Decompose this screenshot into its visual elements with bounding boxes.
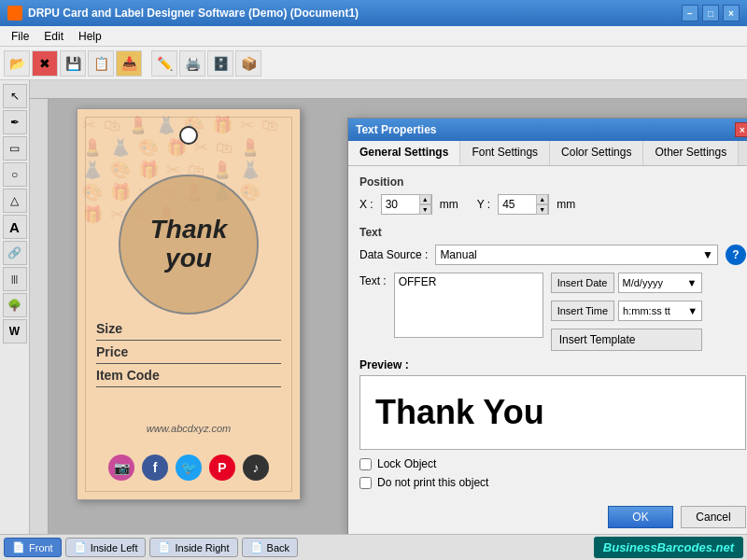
- tool-link[interactable]: 🔗: [3, 241, 27, 265]
- toolbar-save3[interactable]: 📥: [116, 50, 142, 77]
- tab-color-settings[interactable]: Color Settings: [550, 141, 643, 165]
- x-unit: mm: [440, 198, 458, 211]
- brand-name: BusinessBarcodes: [603, 540, 712, 554]
- tab-inside-left[interactable]: 📄 Inside Left: [65, 538, 147, 557]
- y-unit: mm: [557, 198, 575, 211]
- tab-inside-right-label: Inside Right: [175, 542, 229, 553]
- tab-inside-right-icon: 📄: [158, 541, 171, 553]
- preview-box: Thank You: [359, 375, 746, 450]
- app-icon: [7, 6, 22, 21]
- toolbar-extra[interactable]: 📦: [235, 50, 261, 77]
- menu-help[interactable]: Help: [71, 28, 109, 45]
- preview-section: Preview : Thank You: [359, 358, 746, 450]
- toolbar-new[interactable]: 📂: [4, 50, 30, 77]
- tab-back[interactable]: 📄 Back: [242, 538, 298, 557]
- toolbar-data[interactable]: 🗄️: [207, 50, 233, 77]
- dialog-overlay: Text Properties × General Settings Font …: [30, 80, 747, 534]
- app-title: DRPU Card and Label Designer Software (D…: [28, 7, 359, 20]
- maximize-button[interactable]: □: [702, 5, 719, 21]
- text-textarea[interactable]: OFFER: [394, 273, 543, 338]
- tab-general-settings[interactable]: General Settings: [348, 141, 460, 165]
- text-properties-dialog: Text Properties × General Settings Font …: [347, 118, 747, 534]
- brand-suffix: .net: [712, 540, 734, 554]
- title-bar: DRPU Card and Label Designer Software (D…: [0, 0, 747, 26]
- cancel-button[interactable]: Cancel: [681, 506, 746, 528]
- x-input-container: ▲ ▼: [381, 194, 432, 215]
- text-section: Text Data Source : Manual ▼ ? T: [359, 226, 746, 351]
- time-dropdown-arrow: ▼: [687, 305, 698, 316]
- data-source-label: Data Source :: [359, 248, 428, 261]
- tab-front-label: Front: [29, 542, 53, 553]
- minimize-button[interactable]: −: [682, 5, 698, 21]
- dialog-tabs: General Settings Font Settings Color Set…: [348, 141, 747, 166]
- tool-pen[interactable]: ✒: [3, 110, 27, 134]
- x-input[interactable]: [382, 195, 419, 214]
- x-up-arrow[interactable]: ▲: [419, 194, 431, 204]
- tab-back-icon: 📄: [250, 541, 263, 553]
- toolbar-print[interactable]: 🖨️: [179, 50, 205, 77]
- insert-template-button[interactable]: Insert Template: [551, 329, 702, 351]
- status-bar: 📄 Front 📄 Inside Left 📄 Inside Right 📄 B…: [0, 534, 747, 560]
- no-print-checkbox[interactable]: [359, 477, 372, 489]
- no-print-label: Do not print this object: [377, 476, 488, 489]
- toolbar-open[interactable]: ✖: [32, 50, 58, 77]
- dialog-title-bar: Text Properties ×: [348, 119, 747, 141]
- menu-file[interactable]: File: [4, 28, 36, 45]
- toolbar: 📂 ✖ 💾 📋 📥 ✏️ 🖨️ 🗄️ 📦: [0, 47, 747, 80]
- insert-time-button[interactable]: Insert Time: [551, 301, 614, 321]
- x-down-arrow[interactable]: ▼: [419, 204, 431, 215]
- text-action-buttons: Insert Date M/d/yyyy ▼ Insert: [551, 273, 702, 351]
- preview-text: Thank You: [375, 393, 544, 432]
- menu-edit[interactable]: Edit: [36, 28, 71, 45]
- main-area: ↖ ✒ ▭ ○ △ A 🔗 ||| 🌳 W ✂🛍💄👗🎨🎁✂🛍💄👗🎨🎁✂🛍💄👗🎨🎁…: [0, 80, 747, 534]
- page-tabs: 📄 Front 📄 Inside Left 📄 Inside Right 📄 B…: [4, 538, 298, 557]
- tab-inside-right[interactable]: 📄 Inside Right: [149, 538, 237, 557]
- y-up-arrow[interactable]: ▲: [536, 194, 548, 204]
- y-label: Y :: [477, 198, 490, 211]
- menu-bar: File Edit Help: [0, 26, 747, 47]
- tab-font-settings[interactable]: Font Settings: [460, 141, 550, 165]
- tool-rect[interactable]: ▭: [3, 136, 27, 161]
- dialog-footer: OK Cancel: [348, 498, 747, 534]
- tool-triangle[interactable]: △: [3, 189, 27, 213]
- tool-text[interactable]: A: [3, 215, 27, 239]
- tab-back-label: Back: [267, 542, 289, 553]
- tab-other-settings[interactable]: Other Settings: [643, 141, 739, 165]
- lock-object-label: Lock Object: [377, 457, 436, 470]
- dialog-title: Text Properties: [356, 123, 436, 136]
- close-button[interactable]: ×: [723, 5, 740, 21]
- ok-button[interactable]: OK: [608, 506, 673, 528]
- tools-panel: ↖ ✒ ▭ ○ △ A 🔗 ||| 🌳 W: [0, 80, 30, 534]
- toolbar-edit[interactable]: ✏️: [151, 50, 177, 77]
- preview-label: Preview :: [359, 358, 746, 371]
- data-source-row: Data Source : Manual ▼ ?: [359, 245, 746, 265]
- position-row: X : ▲ ▼ mm Y :: [359, 194, 746, 215]
- toolbar-save[interactable]: 💾: [60, 50, 86, 77]
- tool-image[interactable]: 🌳: [3, 293, 27, 317]
- date-dropdown-arrow: ▼: [687, 277, 698, 288]
- tab-front[interactable]: 📄 Front: [4, 538, 62, 557]
- canvas-area: ✂🛍💄👗🎨🎁✂🛍💄👗🎨🎁✂🛍💄👗🎨🎁✂🛍💄👗🎨🎁✂🛍💄👗🎨🎁✂🛍💄 Thank …: [30, 80, 747, 534]
- brand-badge: BusinessBarcodes.net: [594, 537, 743, 558]
- tab-front-icon: 📄: [12, 541, 25, 553]
- tool-select[interactable]: ↖: [3, 84, 27, 108]
- no-print-row: Do not print this object: [359, 476, 746, 489]
- dialog-close-button[interactable]: ×: [735, 122, 747, 137]
- data-source-dropdown[interactable]: Manual ▼: [435, 245, 718, 265]
- y-input[interactable]: [499, 195, 536, 214]
- date-format-dropdown[interactable]: M/d/yyyy ▼: [618, 273, 702, 293]
- lock-object-row: Lock Object: [359, 457, 746, 470]
- insert-date-button[interactable]: Insert Date: [551, 273, 614, 293]
- tool-w[interactable]: W: [3, 319, 27, 343]
- tool-barcode[interactable]: |||: [3, 267, 27, 291]
- y-down-arrow[interactable]: ▼: [536, 204, 548, 215]
- text-field-label: Text :: [359, 273, 387, 287]
- dropdown-arrow: ▼: [702, 248, 713, 261]
- tool-ellipse[interactable]: ○: [3, 162, 27, 187]
- text-area-row: Text : OFFER Insert Date M/d/yyyy ▼: [359, 273, 746, 351]
- toolbar-save2[interactable]: 📋: [88, 50, 114, 77]
- help-button[interactable]: ?: [726, 245, 746, 265]
- dialog-body: Position X : ▲ ▼ mm Y :: [348, 166, 747, 498]
- lock-object-checkbox[interactable]: [359, 458, 372, 470]
- time-format-dropdown[interactable]: h:mm:ss tt ▼: [618, 301, 702, 321]
